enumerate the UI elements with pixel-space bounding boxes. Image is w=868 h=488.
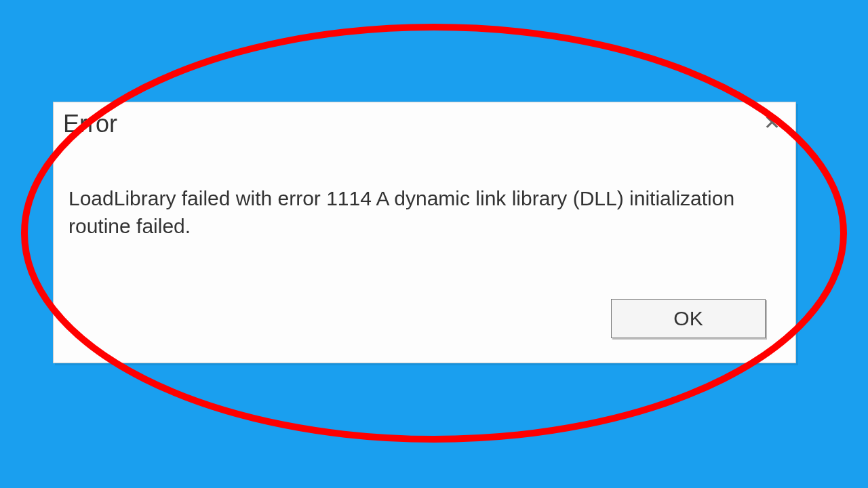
close-icon[interactable]: ✕: [758, 110, 786, 134]
dialog-button-row: OK: [611, 299, 766, 338]
error-message: LoadLibrary failed with error 1114 A dyn…: [68, 185, 776, 240]
dialog-titlebar: Error ✕: [54, 102, 795, 140]
dialog-title: Error: [63, 110, 117, 138]
ok-button[interactable]: OK: [611, 299, 766, 338]
dialog-body: LoadLibrary failed with error 1114 A dyn…: [54, 140, 795, 253]
error-dialog: Error ✕ LoadLibrary failed with error 11…: [53, 102, 796, 363]
